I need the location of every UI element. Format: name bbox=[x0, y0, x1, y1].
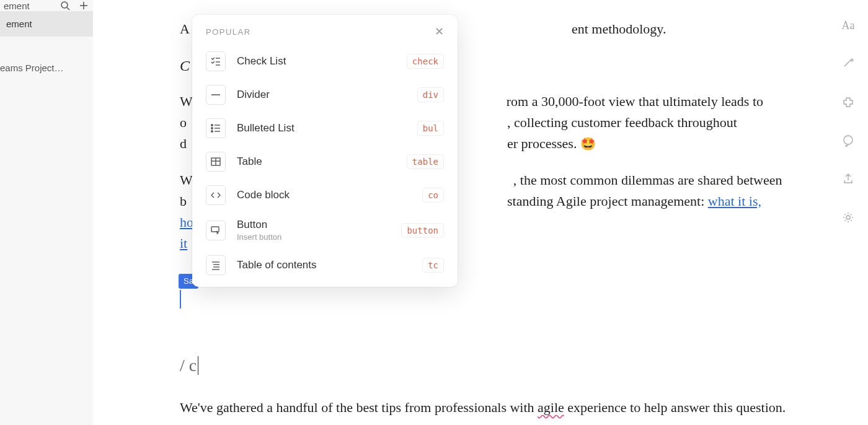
caret-icon bbox=[198, 356, 198, 375]
table-icon bbox=[206, 152, 226, 172]
comments-icon[interactable] bbox=[840, 133, 856, 149]
svg-line-1 bbox=[67, 7, 69, 10]
popup-item-shortcut: check bbox=[407, 54, 444, 69]
text: , collecting customer feedback throughou… bbox=[507, 115, 737, 130]
right-toolbar: Aa bbox=[837, 17, 859, 226]
popup-item-divider[interactable]: Divider div bbox=[200, 78, 450, 112]
slash-command-popup: POPULAR ✕ Check List check Divider div B… bbox=[192, 15, 458, 287]
popup-item-shortcut: div bbox=[417, 87, 444, 102]
sidebar-top-title: ement bbox=[4, 1, 52, 11]
text: rom a 30,000-foot view that ultimately l… bbox=[507, 94, 763, 109]
popup-item-label: Code block bbox=[237, 189, 411, 201]
toc-icon bbox=[206, 255, 226, 275]
text: We've gathered a handful of the best tip… bbox=[180, 400, 538, 415]
star-struck-emoji: 🤩 bbox=[580, 137, 596, 151]
svg-point-0 bbox=[61, 2, 68, 8]
popup-item-code-block[interactable]: Code block co bbox=[200, 178, 450, 212]
ai-sparkle-icon[interactable] bbox=[840, 56, 856, 72]
text: er processes. bbox=[507, 136, 580, 151]
checklist-icon bbox=[206, 51, 226, 71]
add-page-icon[interactable] bbox=[78, 0, 89, 11]
popup-item-label: Button bbox=[237, 219, 390, 231]
popup-item-check-list[interactable]: Check List check bbox=[200, 45, 450, 78]
bulleted-list-icon bbox=[206, 118, 226, 138]
popup-item-label: Check List bbox=[237, 55, 396, 68]
extension-icon[interactable] bbox=[840, 94, 856, 110]
popup-item-shortcut: bul bbox=[417, 121, 444, 136]
sidebar-item-current-page[interactable]: ement bbox=[0, 11, 93, 37]
popup-item-table[interactable]: Table table bbox=[200, 145, 450, 178]
popup-item-button[interactable]: Button Insert button button bbox=[200, 212, 450, 248]
text: , the most common dilemmas are shared be… bbox=[513, 172, 782, 188]
text: standing Agile project management: bbox=[507, 193, 708, 209]
svg-point-23 bbox=[846, 216, 850, 219]
popup-item-shortcut: table bbox=[407, 154, 444, 169]
popup-item-shortcut: button bbox=[401, 223, 444, 238]
button-icon bbox=[206, 221, 226, 240]
popup-item-label: Table bbox=[237, 156, 396, 168]
popup-item-shortcut: co bbox=[422, 188, 444, 203]
popup-item-label: Table of contents bbox=[237, 259, 411, 271]
share-icon[interactable] bbox=[840, 171, 856, 187]
code-block-icon bbox=[206, 185, 226, 205]
popup-item-subtitle: Insert button bbox=[237, 232, 390, 242]
text: experience to help answer this question. bbox=[564, 400, 786, 415]
slash-command-input[interactable]: / c bbox=[180, 352, 794, 379]
sidebar-top: ement bbox=[0, 0, 93, 11]
svg-point-12 bbox=[211, 131, 213, 132]
text-cursor bbox=[180, 290, 794, 315]
paragraph[interactable]: We've gathered a handful of the best tip… bbox=[180, 397, 787, 418]
close-icon[interactable]: ✕ bbox=[435, 25, 444, 38]
popup-section-label: POPULAR bbox=[206, 27, 435, 37]
popup-item-label: Divider bbox=[237, 89, 406, 101]
popup-item-label: Bulleted List bbox=[237, 122, 406, 134]
popup-item-bulleted-list[interactable]: Bulleted List bul bbox=[200, 112, 450, 145]
popup-item-shortcut: tc bbox=[422, 258, 444, 273]
search-icon[interactable] bbox=[60, 0, 71, 11]
agile-definition-link-cont[interactable]: it bbox=[180, 235, 187, 251]
settings-icon[interactable] bbox=[840, 209, 856, 226]
left-sidebar: ement ement eams Project… bbox=[0, 0, 93, 425]
text: C bbox=[180, 58, 190, 74]
svg-point-8 bbox=[211, 125, 213, 126]
text: ent methodology. bbox=[572, 21, 666, 37]
spellcheck-word[interactable]: agile bbox=[538, 400, 564, 415]
divider-icon bbox=[206, 85, 226, 105]
popup-item-toc[interactable]: Table of contents tc bbox=[200, 248, 450, 282]
sidebar-item-teams-project[interactable]: eams Project… bbox=[0, 55, 93, 81]
svg-point-22 bbox=[844, 136, 852, 144]
slash-text: / c bbox=[180, 352, 197, 379]
text-style-button[interactable]: Aa bbox=[840, 17, 856, 33]
svg-point-10 bbox=[211, 128, 213, 129]
svg-rect-17 bbox=[211, 227, 219, 232]
